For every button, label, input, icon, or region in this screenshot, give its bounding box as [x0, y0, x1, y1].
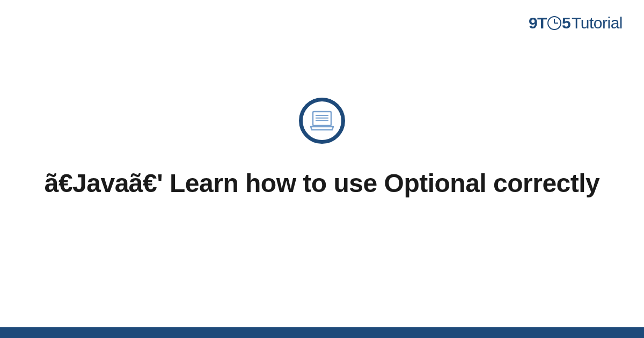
laptop-icon — [310, 111, 334, 131]
brand-text-9t: 9T — [529, 14, 547, 32]
bottom-accent-bar — [0, 327, 644, 338]
main-content: ã€Javaã€' Learn how to use Optional corr… — [32, 98, 612, 200]
brand-text-tutorial: Tutorial — [572, 14, 623, 32]
laptop-icon-circle — [299, 98, 345, 144]
brand-logo: 9T 5 Tutorial — [529, 14, 623, 32]
page-title: ã€Javaã€' Learn how to use Optional corr… — [32, 167, 612, 200]
brand-text-5: 5 — [562, 14, 570, 32]
clock-icon — [547, 16, 561, 30]
